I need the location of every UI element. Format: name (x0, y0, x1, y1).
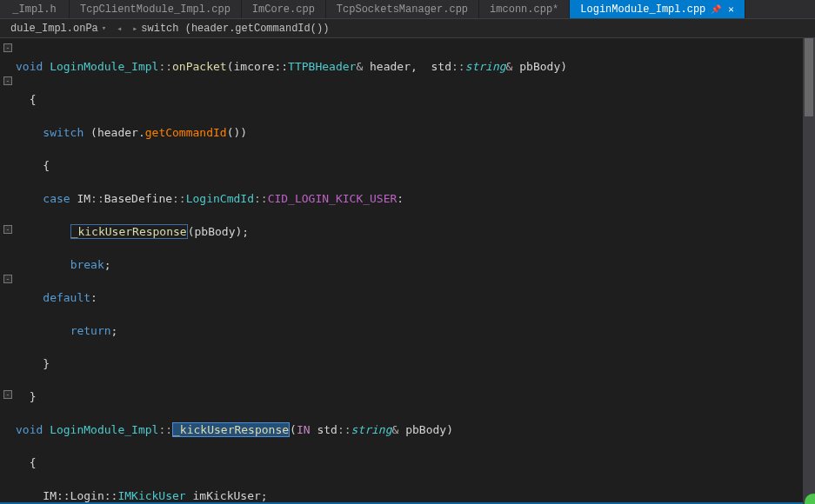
tab-tcpclientmodule[interactable]: TcpClientModule_Impl.cpp (70, 0, 242, 18)
fold-marker[interactable]: - (3, 275, 12, 283)
fold-marker[interactable]: - (3, 43, 12, 52)
arrow-left-icon: ◂ (117, 23, 122, 34)
breadcrumb-scope[interactable]: dule_Impl.onPa▾ (3, 19, 113, 37)
scrollbar-thumb[interactable] (805, 38, 813, 116)
fold-marker[interactable]: - (3, 76, 12, 85)
nav-back[interactable]: ◂ (113, 19, 129, 37)
arrow-right-icon: ▸ (132, 23, 137, 34)
vertical-scrollbar[interactable] (803, 38, 815, 504)
nav-forward[interactable]: ▸ switch (header.getCommandId()) (129, 19, 332, 37)
fold-gutter: - - - - - (0, 38, 16, 504)
navigation-bar: dule_Impl.onPa▾ ◂ ▸ switch (header.getCo… (0, 19, 815, 38)
tab-imconn[interactable]: imconn.cpp* (479, 0, 570, 18)
code-editor[interactable]: - - - - - void LoginModule_Impl::onPacke… (0, 38, 815, 504)
tab-loginmodule-active[interactable]: LoginModule_Impl.cpp 📌 ✕ (570, 0, 745, 18)
tab-imcore[interactable]: ImCore.cpp (242, 0, 326, 18)
pin-icon[interactable]: 📌 (711, 4, 721, 15)
chevron-down-icon: ▾ (102, 23, 106, 33)
code-content: void LoginModule_Impl::onPacket(imcore::… (16, 42, 803, 504)
tab-tcpsocketsmanager[interactable]: TcpSocketsManager.cpp (326, 0, 479, 18)
tab-impl-h[interactable]: _Impl.h (0, 0, 70, 18)
fold-marker[interactable]: - (3, 390, 12, 399)
tab-bar: _Impl.h TcpClientModule_Impl.cpp ImCore.… (0, 0, 815, 19)
close-icon[interactable]: ✕ (728, 3, 734, 15)
fold-marker[interactable]: - (3, 225, 12, 234)
